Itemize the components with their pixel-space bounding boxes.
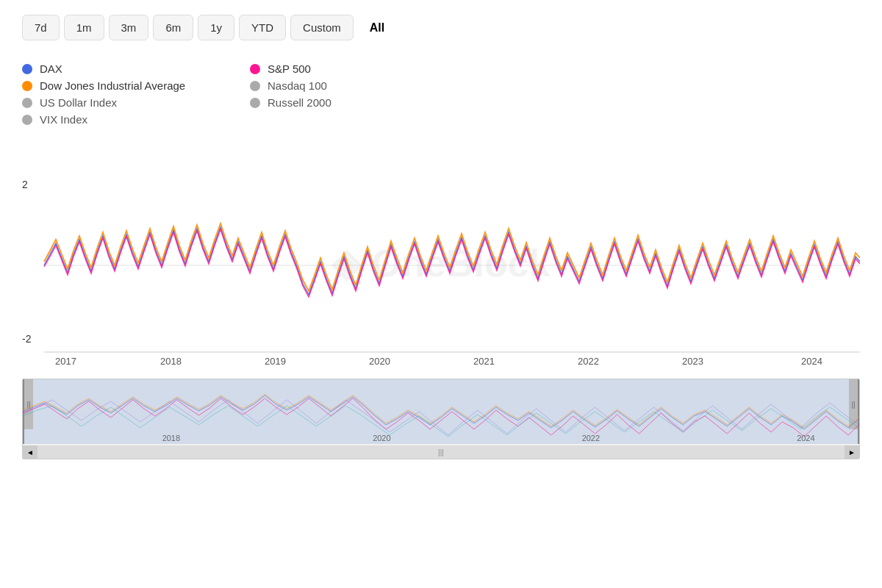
y-label-bottom: -2: [22, 333, 32, 345]
legend-label: US Dollar Index: [40, 96, 117, 109]
x-label-2017: 2017: [55, 356, 76, 367]
time-btn-ytd[interactable]: YTD: [239, 15, 286, 40]
chart-area: 2 -2 ◈ OneBlock 2017 2018 2019 2020 2021…: [22, 148, 860, 371]
svg-text:2018: 2018: [162, 434, 180, 442]
time-btn-custom[interactable]: Custom: [290, 15, 354, 40]
legend-dot: [22, 115, 32, 125]
legend-label: DAX: [40, 62, 62, 75]
legend-item-s&p-500[interactable]: S&P 500: [250, 62, 463, 75]
legend-dot: [250, 64, 260, 74]
legend-dot: [22, 81, 32, 91]
navigator-scrollbar: ◄ ||| ►: [23, 445, 859, 459]
x-label-2024: 2024: [801, 356, 822, 367]
scroll-track[interactable]: |||: [37, 445, 845, 459]
x-label-2020: 2020: [369, 356, 390, 367]
legend-dot: [22, 98, 32, 108]
time-btn-7d[interactable]: 7d: [22, 15, 60, 40]
scroll-thumb: |||: [438, 448, 444, 456]
navigator[interactable]: || || 2018 2020 2022 2024 ◄ ||| ►: [22, 379, 860, 459]
svg-text:2024: 2024: [797, 434, 814, 442]
time-btn-6m[interactable]: 6m: [153, 15, 193, 40]
legend-dot: [22, 64, 32, 74]
y-label-top: 2: [22, 179, 28, 190]
legend-label: S&P 500: [268, 62, 311, 75]
legend: DAXS&P 500Dow Jones Industrial AverageNa…: [22, 62, 463, 126]
x-label-2023: 2023: [682, 356, 703, 367]
legend-item-dow-jones-industrial-average[interactable]: Dow Jones Industrial Average: [22, 79, 235, 92]
time-btn-3m[interactable]: 3m: [109, 15, 149, 40]
legend-item-dax[interactable]: DAX: [22, 62, 235, 75]
navigator-chart: 2018 2020 2022 2024: [23, 379, 859, 444]
legend-item-nasdaq-100[interactable]: Nasdaq 100: [250, 79, 463, 92]
legend-label: Russell 2000: [268, 96, 331, 109]
x-label-2018: 2018: [160, 356, 182, 367]
legend-dot: [250, 81, 260, 91]
legend-label: Dow Jones Industrial Average: [40, 79, 185, 92]
legend-item-vix-index[interactable]: VIX Index: [22, 113, 235, 126]
legend-label: VIX Index: [40, 113, 87, 126]
svg-text:2020: 2020: [373, 434, 390, 442]
time-btn-1y[interactable]: 1y: [198, 15, 234, 40]
scroll-left-arrow[interactable]: ◄: [23, 445, 37, 459]
svg-text:2022: 2022: [582, 434, 600, 442]
time-btn-1m[interactable]: 1m: [64, 15, 104, 40]
time-range-bar: 7d1m3m6m1yYTDCustomAll: [22, 15, 860, 40]
time-btn-all[interactable]: All: [358, 15, 396, 40]
main-chart: 2 -2 ◈ OneBlock 2017 2018 2019 2020 2021…: [22, 148, 860, 368]
legend-dot: [250, 98, 260, 108]
scroll-right-arrow[interactable]: ►: [845, 445, 859, 459]
x-label-2021: 2021: [473, 356, 495, 367]
x-label-2022: 2022: [578, 356, 599, 367]
legend-label: Nasdaq 100: [268, 79, 327, 92]
x-label-2019: 2019: [265, 356, 286, 367]
legend-item-us-dollar-index[interactable]: US Dollar Index: [22, 96, 235, 109]
legend-item-russell-2000[interactable]: Russell 2000: [250, 96, 463, 109]
